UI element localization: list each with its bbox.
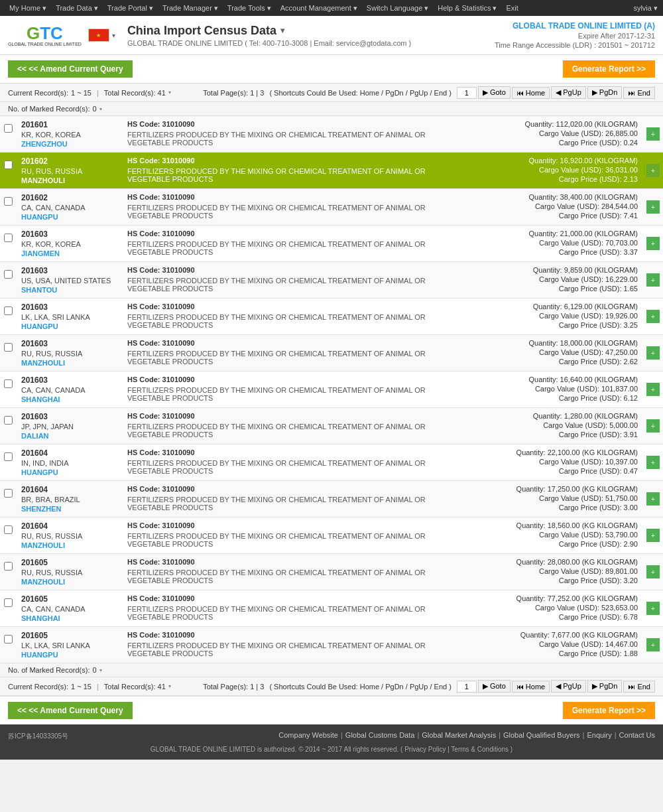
nav-trade-data[interactable]: Trade Data ▾ [52,4,102,13]
action-button-4[interactable]: + [646,273,660,287]
bottom-pgdn-button[interactable]: ▶ PgDn [587,680,623,693]
action-button-7[interactable]: + [646,383,660,396]
row-checkbox-14[interactable] [0,627,16,663]
bottom-home-button[interactable]: ⏮ Home [512,681,550,693]
pgdn-button[interactable]: ▶ PgDn [587,86,623,99]
checkbox-4[interactable] [4,270,13,279]
nav-trade-tools[interactable]: Trade Tools ▾ [223,4,275,13]
checkbox-9[interactable] [4,452,13,461]
footer-company-website[interactable]: Company Website [278,731,338,739]
row-port-6: MANZHOULI [21,359,117,367]
bottom-pgup-button[interactable]: ◀ PgUp [551,680,586,693]
pgup-button[interactable]: ◀ PgUp [551,86,586,99]
home-button[interactable]: ⏮ Home [512,87,550,99]
row-checkbox-4[interactable] [0,262,16,299]
generate-report-button[interactable]: Generate Report >> [563,60,655,78]
nav-exit[interactable]: Exit [502,4,522,13]
action-button-8[interactable]: + [646,419,660,433]
row-checkbox-7[interactable] [0,372,16,408]
action-button-10[interactable]: + [646,492,660,506]
bottom-goto-button[interactable]: ▶ Goto [478,680,511,693]
action-button-5[interactable]: + [646,310,660,323]
nav-my-home[interactable]: My Home ▾ [5,4,50,13]
checkbox-0[interactable] [4,124,13,133]
bottom-records-dropdown[interactable]: ▾ [168,683,171,689]
row-checkbox-8[interactable] [0,408,16,444]
row-action-11[interactable]: + [643,517,663,554]
action-button-11[interactable]: + [646,529,660,542]
action-button-9[interactable]: + [646,456,660,469]
action-button-3[interactable]: + [646,237,660,250]
nav-help-statistics[interactable]: Help & Statistics ▾ [434,4,501,13]
row-action-12[interactable]: + [643,554,663,590]
row-action-3[interactable]: + [643,226,663,262]
flag-dropdown[interactable]: ▾ [112,32,115,39]
action-button-1[interactable]: + [646,164,660,177]
nav-account-management[interactable]: Account Management ▾ [276,4,361,13]
checkbox-10[interactable] [4,489,13,498]
records-dropdown[interactable]: ▾ [168,90,171,96]
checkbox-3[interactable] [4,234,13,242]
amend-query-button[interactable]: << Amend Current Query [8,60,133,78]
checkbox-6[interactable] [4,343,13,352]
checkbox-14[interactable] [4,635,13,643]
action-button-12[interactable]: + [646,565,660,578]
footer-global-buyers[interactable]: Global Qualified Buyers [503,731,580,739]
checkbox-8[interactable] [4,416,13,425]
row-checkbox-10[interactable] [0,481,16,517]
footer-contact-us[interactable]: Contact Us [619,731,655,739]
footer-global-market[interactable]: Global Market Analysis [422,731,496,739]
row-action-4[interactable]: + [643,262,663,299]
action-button-13[interactable]: + [646,602,660,615]
title-dropdown[interactable]: ▾ [280,26,284,35]
checkbox-2[interactable] [4,197,13,206]
row-action-2[interactable]: + [643,189,663,226]
checkbox-7[interactable] [4,379,13,388]
row-description-9: HS Code: 31010090 FERTILIZERS PRODUCED B… [122,444,457,481]
checkbox-5[interactable] [4,306,13,315]
footer-enquiry[interactable]: Enquiry [587,731,611,739]
row-checkbox-11[interactable] [0,517,16,554]
row-action-7[interactable]: + [643,372,663,408]
row-action-5[interactable]: + [643,299,663,335]
end-button[interactable]: ⏭ End [623,87,655,99]
row-checkbox-3[interactable] [0,226,16,262]
nav-trade-portal[interactable]: Trade Portal ▾ [103,4,157,13]
row-action-13[interactable]: + [643,590,663,627]
row-checkbox-13[interactable] [0,590,16,627]
marked-dropdown[interactable]: ▾ [99,106,102,112]
row-date-2: 201602 [21,193,117,202]
row-checkbox-0[interactable] [0,116,16,153]
action-button-0[interactable]: + [646,127,660,141]
row-checkbox-9[interactable] [0,444,16,481]
bottom-generate-button[interactable]: Generate Report >> [563,702,655,719]
footer-global-customs[interactable]: Global Customs Data [345,731,415,739]
row-action-9[interactable]: + [643,444,663,481]
row-checkbox-5[interactable] [0,299,16,335]
row-checkbox-6[interactable] [0,335,16,372]
bottom-end-button[interactable]: ⏭ End [623,681,655,693]
bottom-page-input[interactable] [457,681,477,693]
action-button-6[interactable]: + [646,346,660,360]
checkbox-1[interactable] [4,161,13,169]
nav-switch-language[interactable]: Switch Language ▾ [363,4,432,13]
bottom-marked-dropdown[interactable]: ▾ [99,667,102,673]
bottom-amend-button[interactable]: << Amend Current Query [8,702,133,719]
nav-trade-manager[interactable]: Trade Manager ▾ [158,4,222,13]
checkbox-12[interactable] [4,562,13,571]
row-action-14[interactable]: + [643,627,663,663]
action-button-2[interactable]: + [646,200,660,214]
goto-button[interactable]: ▶ Goto [478,86,511,99]
checkbox-13[interactable] [4,598,13,607]
action-button-14[interactable]: + [646,638,660,651]
row-action-6[interactable]: + [643,335,663,372]
row-action-10[interactable]: + [643,481,663,517]
row-checkbox-12[interactable] [0,554,16,590]
row-action-8[interactable]: + [643,408,663,444]
row-checkbox-1[interactable] [0,153,16,189]
row-checkbox-2[interactable] [0,189,16,226]
row-action-0[interactable]: + [643,116,663,153]
page-input[interactable] [457,87,477,99]
checkbox-11[interactable] [4,525,13,534]
row-action-1[interactable]: + [643,153,663,189]
